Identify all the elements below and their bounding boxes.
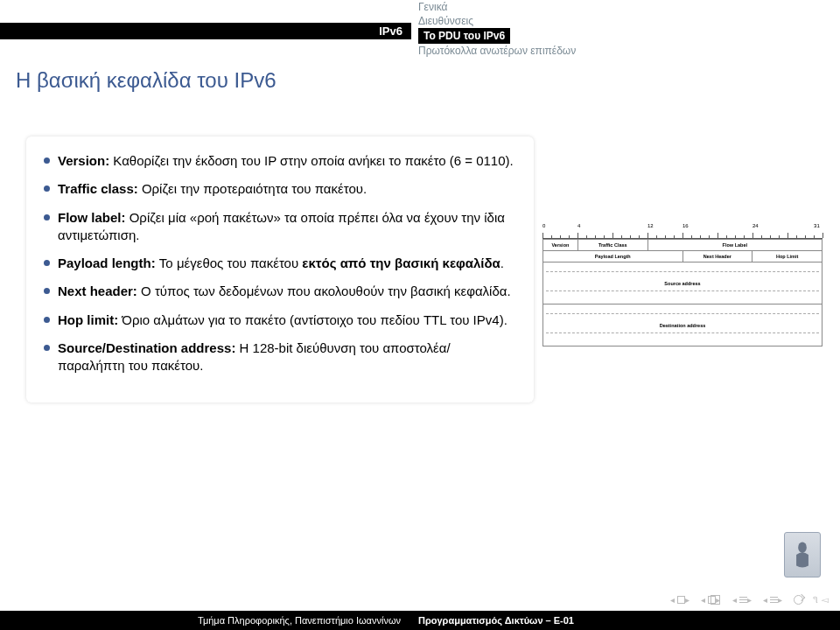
header-table: Version Traffic Class Flow Label Payload… bbox=[542, 239, 822, 346]
footer-institution: Τμήμα Πληροφορικής, Πανεπιστήμιο Ιωαννίν… bbox=[0, 611, 410, 630]
nav-item-pdu[interactable]: Το PDU του IPv6 bbox=[418, 28, 510, 44]
field-hop-limit: Hop Limit bbox=[752, 251, 822, 262]
slide-title: Η βασική κεφαλίδα του IPv6 bbox=[16, 68, 276, 93]
bit-ruler-ticks bbox=[542, 231, 822, 239]
nav-next-lines[interactable]: ◂▸ bbox=[763, 593, 785, 606]
nav-prev-subsection[interactable]: ◂▸ bbox=[732, 593, 754, 606]
institution-logo bbox=[784, 532, 821, 578]
nav-item-addresses[interactable]: Διευθύνσεις bbox=[418, 14, 630, 28]
bullet-hop-limit: Hop limit: Όριο αλμάτων για το πακέτο (α… bbox=[44, 312, 516, 329]
bullet-traffic-class: Traffic class: Ορίζει την προτεραιότητα … bbox=[44, 180, 516, 198]
nav-prev-section[interactable]: ◂▸ bbox=[701, 593, 723, 606]
footer-bar: Τμήμα Πληροφορικής, Πανεπιστήμιο Ιωαννίν… bbox=[0, 611, 840, 630]
nav-prev-slide[interactable]: ◂▸ bbox=[670, 593, 692, 606]
bit-ruler-labels: 0 4 12 16 24 31 bbox=[542, 223, 822, 231]
bullet-payload-length: Payload length: Το μέγεθος του πακέτου ε… bbox=[44, 255, 516, 272]
field-destination-address: Destination address bbox=[543, 304, 822, 346]
bullet-src-dst: Source/Destination address: Η 128-bit δι… bbox=[44, 340, 516, 375]
svg-point-0 bbox=[798, 542, 807, 552]
logo-icon bbox=[790, 539, 815, 570]
nav-item-general[interactable]: Γενικά bbox=[418, 0, 630, 14]
bullet-flow-label: Flow label: Ορίζει μία «ροή πακέτων» τα … bbox=[44, 209, 516, 245]
section-label: IPv6 bbox=[0, 23, 411, 39]
nav-search[interactable]: ૧ ◅ bbox=[813, 593, 830, 606]
ipv6-header-diagram: 0 4 12 16 24 31 Version Traffic Class Fl… bbox=[542, 223, 822, 346]
nav-back[interactable] bbox=[794, 593, 803, 606]
footer-course-code: Προγραμματισμός Δικτύων – E-01 bbox=[411, 611, 840, 630]
content-block: Version: Καθορίζει την έκδοση του IP στη… bbox=[26, 136, 534, 402]
field-flow-label: Flow Label bbox=[648, 240, 822, 251]
field-source-address: Source address bbox=[543, 262, 822, 304]
subsection-list: Γενικά Διευθύνσεις Το PDU του IPv6 Πρωτό… bbox=[411, 0, 630, 58]
nav-item-upper-protocols[interactable]: Πρωτόκολλα ανωτέρων επιπέδων bbox=[418, 44, 630, 58]
field-payload-length: Payload Length bbox=[543, 251, 683, 262]
field-next-header: Next Header bbox=[682, 251, 752, 262]
slide-nav-controls: ◂▸ ◂▸ ◂▸ ◂▸ ૧ ◅ bbox=[667, 593, 830, 606]
field-version: Version bbox=[543, 240, 578, 251]
bullet-version: Version: Καθορίζει την έκδοση του IP στη… bbox=[44, 152, 516, 170]
field-traffic-class: Traffic Class bbox=[578, 240, 648, 251]
bullet-next-header: Next header: Ο τύπος των δεδομένων που α… bbox=[44, 283, 516, 300]
top-nav: IPv6 Γενικά Διευθύνσεις Το PDU του IPv6 … bbox=[0, 0, 840, 58]
